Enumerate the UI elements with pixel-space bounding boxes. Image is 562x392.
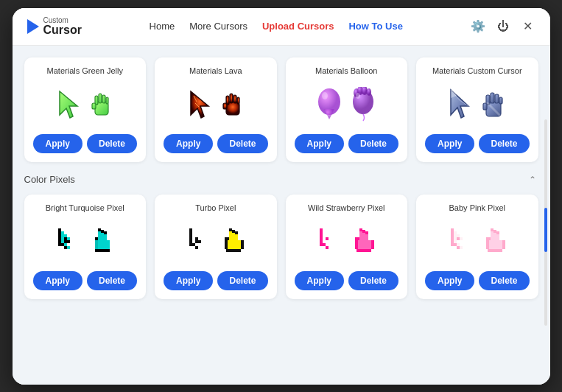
card-strawberry-pixel-buttons: Apply Delete [295,271,399,290]
svg-rect-148 [356,249,371,252]
svg-rect-90 [195,243,198,246]
browser-window: Custom Cursor Home More Cursors Upload C… [13,8,550,385]
baby-pink-arrow-icon [448,225,474,258]
scrollbar-thumb[interactable] [544,208,547,252]
svg-rect-113 [320,228,323,231]
svg-rect-130 [359,228,362,231]
strawberry-pixel-delete-button[interactable]: Delete [348,271,398,290]
svg-rect-95 [229,234,232,237]
settings-icon[interactable]: ⚙️ [471,19,485,34]
svg-rect-111 [226,249,241,252]
baby-pink-pixel-apply-button[interactable]: Apply [425,271,474,290]
turbo-pixel-apply-button[interactable]: Apply [164,271,213,290]
custom-cursor-delete-button[interactable]: Delete [479,134,529,153]
card-turbo-pixel: Turbo Pixel [155,195,277,299]
svg-rect-13 [233,95,236,103]
lava-apply-button[interactable]: Apply [164,134,213,153]
svg-rect-3 [99,94,102,103]
turquoise-pixel-apply-button[interactable]: Apply [33,271,82,290]
card-strawberry-pixel-images [317,220,376,264]
svg-rect-145 [356,243,371,246]
green-jelly-delete-button[interactable]: Delete [87,134,137,153]
svg-rect-170 [493,230,496,233]
card-custom-cursor-title: Materials Custom Cursor [432,66,522,75]
svg-rect-140 [359,237,362,240]
nav-icon-group: ⚙️ ⏻ ✕ [471,19,535,34]
svg-rect-158 [454,237,457,240]
svg-rect-91 [198,246,201,249]
custom-hand-icon [480,87,508,122]
card-strawberry-pixel: Wild Strawberry Pixel [286,195,408,299]
svg-rect-126 [329,237,331,240]
svg-rect-87 [195,240,198,243]
main-content: Materials Green Jelly [13,46,550,385]
card-baby-pink-pixel: Baby Pink Pixel [416,195,538,299]
svg-rect-73 [95,240,98,249]
nav-how-to-use[interactable]: How To Use [348,21,402,32]
custom-arrow-icon [446,87,474,122]
card-green-jelly-buttons: Apply Delete [33,134,138,153]
svg-rect-150 [451,228,454,231]
power-icon[interactable]: ⏻ [496,19,510,34]
svg-rect-167 [491,228,493,231]
card-lava-buttons: Apply Delete [164,134,268,153]
svg-rect-92 [195,246,198,249]
svg-rect-31 [491,93,494,103]
baby-pink-pixel-delete-button[interactable]: Delete [479,271,529,290]
svg-rect-121 [323,237,326,240]
nav-upload-cursors[interactable]: Upload Cursors [262,21,334,32]
svg-rect-64 [95,237,98,240]
svg-rect-46 [61,243,64,246]
svg-rect-48 [64,237,67,240]
svg-rect-58 [101,230,104,233]
balloon-delete-button[interactable]: Delete [348,134,398,153]
svg-rect-98 [232,236,235,239]
lava-delete-button[interactable]: Delete [217,134,267,153]
svg-rect-134 [362,233,365,236]
custom-cursor-apply-button[interactable]: Apply [425,134,474,153]
card-baby-pink-pixel-buttons: Apply Delete [425,271,530,290]
card-strawberry-pixel-title: Wild Strawberry Pixel [308,203,385,212]
card-turbo-pixel-buttons: Apply Delete [164,271,268,290]
svg-rect-132 [359,234,362,237]
svg-rect-42 [61,231,64,234]
svg-rect-155 [451,243,454,246]
svg-rect-74 [189,228,192,231]
svg-rect-137 [365,234,368,237]
nav-more-cursors[interactable]: More Cursors [189,21,247,32]
svg-rect-128 [329,246,331,249]
section-collapse-button[interactable]: ⌃ [527,174,538,186]
svg-rect-183 [488,246,502,249]
svg-rect-14 [237,97,239,104]
svg-rect-186 [502,240,505,249]
svg-rect-41 [58,243,61,246]
balloon-apply-button[interactable]: Apply [295,134,344,153]
svg-marker-0 [60,91,77,118]
logo-custom-label: Custom [43,17,82,24]
svg-rect-114 [320,231,323,234]
svg-rect-181 [488,240,502,243]
svg-rect-129 [326,246,329,249]
turquoise-pixel-delete-button[interactable]: Delete [87,271,137,290]
svg-rect-79 [189,243,192,246]
svg-rect-97 [232,233,235,236]
svg-rect-100 [235,234,238,237]
green-jelly-apply-button[interactable]: Apply [33,134,82,153]
svg-rect-123 [323,243,326,246]
color-pixels-section-header: Color Pixels ⌃ [24,174,538,186]
card-lava: Materials Lava [155,57,277,162]
svg-rect-175 [496,237,499,240]
svg-rect-115 [320,234,323,237]
card-custom-cursor: Materials Custom Cursor [416,57,538,162]
svg-rect-156 [454,231,457,234]
scrollbar-track [544,119,547,326]
strawberry-pixel-apply-button[interactable]: Apply [295,271,344,290]
svg-rect-12 [230,94,233,103]
turbo-arrow-icon [186,225,213,258]
nav-home[interactable]: Home [150,21,175,32]
svg-rect-45 [61,240,64,243]
turbo-pixel-delete-button[interactable]: Delete [217,271,267,290]
svg-rect-36 [58,228,61,231]
close-icon[interactable]: ✕ [521,19,535,34]
svg-rect-109 [226,246,241,249]
